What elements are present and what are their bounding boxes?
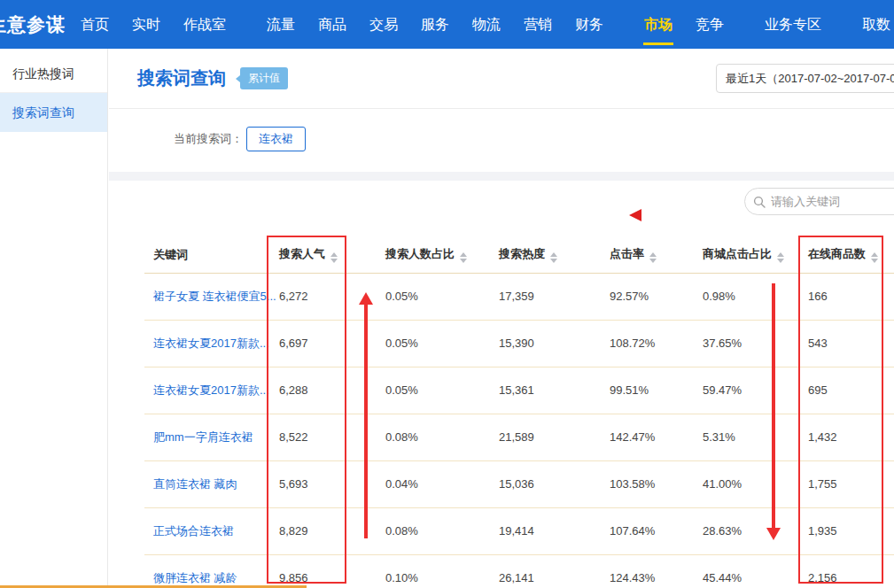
- column-label: 关键词: [153, 248, 188, 261]
- nav-item-home[interactable]: 首页: [69, 0, 120, 49]
- column-label: 点击率: [610, 247, 644, 260]
- cumulative-value-badge: 累计值: [240, 67, 288, 89]
- brand-logo[interactable]: 生意参谋: [0, 0, 69, 49]
- sort-icon[interactable]: [777, 252, 784, 263]
- keyword-link[interactable]: 连衣裙女夏2017新款...: [153, 337, 269, 350]
- table-row: 连衣裙女夏2017新款...6,2880.05%15,36199.51%59.4…: [144, 367, 894, 414]
- table-cell: 99.51%: [601, 367, 694, 414]
- nav-item-finance[interactable]: 财务: [564, 0, 615, 49]
- search-icon: [753, 196, 766, 208]
- sidebar: 行业热搜词 搜索词查询: [0, 49, 108, 588]
- table-row: 直筒连衣裙 藏肉5,6930.04%15,036103.58%41.00%1,7…: [144, 460, 894, 507]
- nav-item-realtime[interactable]: 实时: [120, 0, 172, 49]
- table-cell: 8,522: [270, 414, 377, 460]
- nav-item-service[interactable]: 服务: [409, 0, 461, 49]
- table-cell: 2,156: [799, 554, 894, 588]
- table-cell: 6,288: [270, 367, 377, 414]
- nav-item-goods[interactable]: 商品: [307, 0, 358, 49]
- table-toolbar: [109, 181, 894, 237]
- column-header-5[interactable]: 商城点击占比: [694, 237, 799, 273]
- keyword-search-input[interactable]: [771, 195, 894, 208]
- table-cell: 124.43%: [601, 554, 694, 588]
- table-cell: 142.47%: [601, 414, 694, 460]
- sidebar-item-industry-hot-words[interactable]: 行业热搜词: [0, 54, 107, 93]
- sidebar-item-search-term-query[interactable]: 搜索词查询: [0, 93, 107, 132]
- table-cell: 0.05%: [377, 273, 490, 320]
- table-cell: 5.31%: [694, 414, 799, 460]
- sort-icon[interactable]: [460, 252, 467, 263]
- table-cell: 9,856: [270, 554, 377, 588]
- table-cell: 107.64%: [601, 507, 694, 554]
- nav-item-traffic[interactable]: 流量: [255, 0, 307, 49]
- column-header-4[interactable]: 点击率: [601, 237, 694, 273]
- table-cell: 543: [799, 320, 894, 367]
- table-cell: 15,390: [490, 320, 601, 367]
- sort-icon[interactable]: [871, 252, 878, 263]
- column-header-2[interactable]: 搜索人数占比: [377, 237, 490, 273]
- table-row: 正式场合连衣裙8,8290.08%19,414107.64%28.63%1,93…: [144, 507, 894, 554]
- nav-item-marketing[interactable]: 营销: [512, 0, 564, 49]
- keyword-cell: 肥mm一字肩连衣裙: [144, 414, 270, 460]
- nav-item-war-room[interactable]: 作战室: [172, 0, 237, 49]
- keyword-cell: 裙子女夏 连衣裙便宜5...: [144, 273, 270, 320]
- table-cell: 5,693: [270, 460, 377, 507]
- table-cell: 0.08%: [377, 414, 490, 460]
- column-label: 搜索人数占比: [385, 247, 455, 260]
- table-cell: 166: [799, 273, 894, 320]
- current-keyword-tag[interactable]: 连衣裙: [246, 127, 306, 151]
- nav-item-market[interactable]: 市场: [633, 0, 684, 49]
- table-header-row: 关键词搜索人气搜索人数占比搜索热度点击率商城点击占比在线商品数: [144, 237, 894, 273]
- table-cell: 0.98%: [694, 273, 799, 320]
- current-search-label: 当前搜索词：: [174, 127, 243, 151]
- nav-item-trade[interactable]: 交易: [358, 0, 409, 49]
- sort-icon[interactable]: [550, 252, 557, 263]
- table-cell: 1,755: [799, 460, 894, 507]
- brand-text: 生意参谋: [0, 12, 66, 37]
- nav-item-logistics[interactable]: 物流: [461, 0, 512, 49]
- table-cell: 8,829: [270, 507, 377, 554]
- table-cell: 108.72%: [601, 320, 694, 367]
- nav-item-business-zone[interactable]: 业务专区: [753, 0, 833, 49]
- keyword-link[interactable]: 肥mm一字肩连衣裙: [153, 430, 253, 444]
- column-header-3[interactable]: 搜索热度: [490, 237, 601, 273]
- table-cell: 1,935: [799, 507, 894, 554]
- sort-icon[interactable]: [649, 252, 657, 263]
- table-cell: 17,359: [490, 273, 601, 320]
- title-row: 搜索词查询 累计值 最近1天（2017-07-02~2017-07-02）: [109, 49, 894, 108]
- table-cell: 26,141: [490, 554, 601, 588]
- table-row: 裙子女夏 连衣裙便宜5...6,2720.05%17,35992.57%0.98…: [144, 273, 894, 320]
- keyword-cell: 正式场合连衣裙: [144, 507, 270, 554]
- search-term-table-wrap: 关键词搜索人气搜索人数占比搜索热度点击率商城点击占比在线商品数 裙子女夏 连衣裙…: [144, 237, 894, 588]
- column-header-1[interactable]: 搜索人气: [270, 237, 377, 273]
- table-cell: 41.00%: [694, 460, 799, 507]
- table-cell: 0.04%: [377, 460, 490, 507]
- column-header-6[interactable]: 在线商品数: [799, 237, 894, 273]
- keyword-link[interactable]: 直筒连衣裙 藏肉: [153, 477, 237, 491]
- keyword-link[interactable]: 正式场合连衣裙: [153, 524, 234, 538]
- table-cell: 0.08%: [377, 507, 490, 554]
- keyword-cell: 连衣裙女夏2017新款...: [144, 320, 270, 367]
- table-row: 连衣裙女夏2017新款...6,6970.05%15,390108.72%37.…: [144, 320, 894, 367]
- top-navigation: 生意参谋 首页 实时 作战室 流量 商品 交易 服务 物流 营销 财务 市场 竞…: [0, 0, 894, 49]
- nav-item-data-extract[interactable]: 取数: [851, 0, 894, 49]
- table-cell: 19,414: [490, 507, 601, 554]
- sort-icon[interactable]: [330, 252, 338, 263]
- table-cell: 103.58%: [601, 460, 694, 507]
- table-body: 裙子女夏 连衣裙便宜5...6,2720.05%17,35992.57%0.98…: [144, 273, 894, 588]
- keyword-link[interactable]: 微胖连衣裙 减龄: [153, 571, 237, 584]
- current-search-row: 当前搜索词： 连衣裙: [109, 108, 894, 172]
- date-range-selector[interactable]: 最近1天（2017-07-02~2017-07-02）: [716, 64, 894, 93]
- table-cell: 0.10%: [377, 554, 490, 588]
- keyword-link[interactable]: 裙子女夏 连衣裙便宜5...: [153, 290, 276, 303]
- keyword-cell: 连衣裙女夏2017新款...: [144, 367, 270, 414]
- main-content: 搜索词查询 累计值 最近1天（2017-07-02~2017-07-02） 当前…: [109, 49, 894, 588]
- table-cell: 1,432: [799, 414, 894, 460]
- nav-item-competition[interactable]: 竞争: [684, 0, 735, 49]
- table-cell: 695: [799, 367, 894, 414]
- keyword-cell: 直筒连衣裙 藏肉: [144, 460, 270, 507]
- keyword-cell: 微胖连衣裙 减龄: [144, 554, 270, 588]
- table-cell: 28.63%: [694, 507, 799, 554]
- table-cell: 15,361: [490, 367, 601, 414]
- column-label: 在线商品数: [808, 247, 866, 260]
- keyword-link[interactable]: 连衣裙女夏2017新款...: [153, 383, 269, 397]
